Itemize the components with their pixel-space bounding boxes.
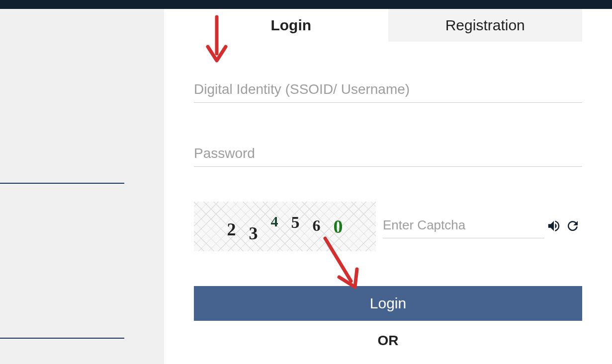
main-panel: Login Registration 2 3 4 5 6 0 — [164, 9, 612, 364]
tab-registration[interactable]: Registration — [388, 9, 583, 42]
sidebar — [0, 9, 164, 364]
sidebar-divider — [0, 338, 124, 339]
sidebar-divider — [0, 183, 124, 184]
or-separator: OR — [194, 333, 582, 349]
captcha-row: 2 3 4 5 6 0 — [194, 202, 582, 251]
captcha-input[interactable] — [383, 215, 544, 238]
audio-captcha-button[interactable] — [544, 217, 563, 237]
captcha-digit: 3 — [249, 223, 258, 244]
speaker-icon — [546, 227, 561, 235]
identity-input[interactable] — [194, 78, 582, 103]
refresh-captcha-button[interactable] — [563, 217, 582, 237]
auth-tabs: Login Registration — [194, 9, 582, 49]
captcha-digit: 5 — [291, 213, 300, 232]
password-input[interactable] — [194, 143, 582, 167]
refresh-icon — [565, 227, 580, 235]
tab-login[interactable]: Login — [194, 9, 388, 42]
captcha-digit: 0 — [334, 216, 343, 237]
captcha-image: 2 3 4 5 6 0 — [194, 202, 376, 251]
captcha-digit: 6 — [313, 217, 321, 235]
top-bar — [0, 0, 612, 9]
captcha-digit: 4 — [271, 213, 278, 230]
login-form: 2 3 4 5 6 0 Lo — [194, 78, 582, 349]
login-button[interactable]: Login — [194, 286, 582, 321]
captcha-digit: 2 — [227, 219, 236, 240]
